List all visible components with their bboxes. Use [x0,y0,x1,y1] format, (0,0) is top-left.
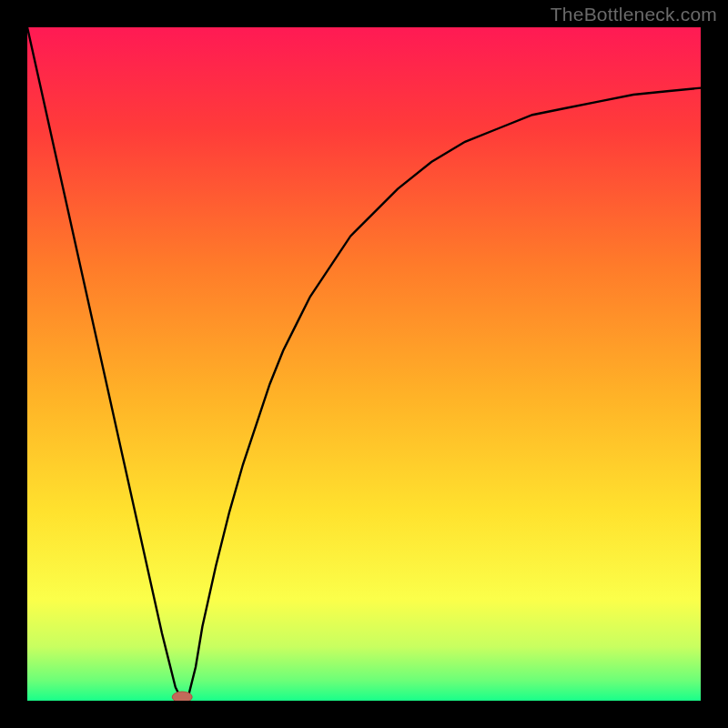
watermark-text: TheBottleneck.com [551,4,717,25]
plot-area [27,27,701,701]
chart-frame: TheBottleneck.com [0,0,728,728]
chart-svg [27,27,701,701]
gradient-background [27,27,701,701]
min-marker [172,692,192,701]
